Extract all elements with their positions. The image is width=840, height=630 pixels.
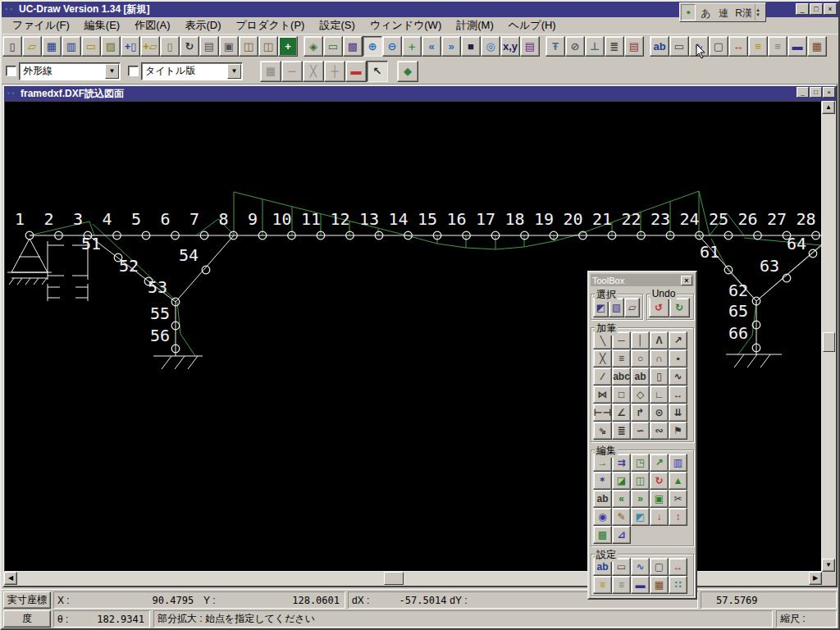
mirror-button[interactable]: ▲	[669, 472, 687, 490]
dim-horizontal-button[interactable]: ↔	[669, 386, 687, 404]
vertical-scroll-thumb[interactable]	[823, 332, 835, 352]
move-part-button[interactable]: ↗	[650, 454, 669, 472]
zoom-in-button[interactable]: ⊕	[363, 36, 382, 57]
anchor-bolt-product-button[interactable]: ⊘	[565, 36, 585, 57]
save-all-button[interactable]: ▥	[62, 36, 81, 57]
reload-sheet-button[interactable]: ↻	[180, 36, 199, 57]
rectangle-button[interactable]: □	[612, 386, 631, 404]
balloon-leader-button[interactable]: ⊙	[650, 404, 669, 422]
block-menu-button[interactable]: ◆	[397, 61, 418, 82]
ime-mode-1[interactable]: あ	[696, 4, 714, 21]
arc-button[interactable]: ∩	[650, 349, 669, 368]
drawer-config-button[interactable]: ▦	[650, 576, 669, 594]
menu-item-9[interactable]: ヘルプ(H)	[501, 17, 564, 34]
dim-parallel-button[interactable]: ⇊	[669, 404, 687, 422]
env-table-button[interactable]: ▤	[520, 36, 540, 57]
toolbar-config-button[interactable]: ▬	[631, 576, 650, 594]
scroll-right-icon[interactable]: ▶	[809, 572, 822, 585]
horizontal-scroll-thumb[interactable]	[384, 572, 404, 585]
text-settings-button[interactable]: ab	[650, 36, 669, 57]
scroll-left-icon[interactable]: ◀	[4, 572, 17, 585]
text-button[interactable]: abc	[612, 368, 631, 386]
point-button[interactable]: ▪	[669, 349, 687, 368]
leader-flag-button[interactable]: ⚑	[669, 422, 687, 440]
pulse-line-button[interactable]: ∽	[631, 422, 650, 440]
snap-edge-button[interactable]: ▬	[345, 61, 367, 82]
point-line-button[interactable]: ∕	[593, 368, 612, 386]
open-file-button[interactable]: ▱	[22, 36, 42, 57]
find-view-button[interactable]: ◎	[481, 36, 500, 57]
drawing-canvas[interactable]: 1234567891011121314151617181920212223242…	[4, 101, 822, 572]
stretch-left-button[interactable]: «	[612, 490, 631, 508]
layer2-checkbox[interactable]	[128, 66, 139, 76]
fill-region-button[interactable]: ▩	[593, 526, 612, 544]
toolbar-config-button[interactable]: ▬	[788, 36, 807, 57]
polyline-edit-button[interactable]: ⊿	[612, 526, 631, 544]
vertical-scrollbar[interactable]: ▲ ▼	[822, 101, 836, 572]
menu-item-4[interactable]: 表示(D)	[178, 17, 229, 34]
spline-button[interactable]: ⋈	[593, 386, 612, 404]
coordinates-button[interactable]: x,y	[500, 36, 520, 57]
select-mode-button[interactable]: ↖	[367, 61, 388, 82]
layer1-dropdown[interactable]: 外形線 ▼	[19, 62, 121, 80]
document-titlebar[interactable]: ◔◔ framedxf.DXF読込図面 _ □ ×	[4, 86, 836, 101]
print-preview-button[interactable]: ▣	[219, 36, 239, 57]
doc-maximize-button[interactable]: □	[810, 87, 822, 98]
layer2-dropdown[interactable]: タイトル版 ▼	[141, 62, 243, 80]
format-paint-button[interactable]: ✎	[612, 508, 631, 526]
select-poly-button[interactable]: ▱	[624, 298, 640, 317]
doc-close-button[interactable]: ×	[823, 87, 835, 98]
print-button[interactable]: ▤	[199, 36, 219, 57]
zoom-out-button[interactable]: ⊖	[382, 36, 402, 57]
layer-transfer-button[interactable]: ◩	[631, 508, 650, 526]
enlarge-button[interactable]: ◳	[631, 454, 650, 472]
grid-settings-button[interactable]: ∷	[669, 576, 687, 594]
maximize-button[interactable]: □	[810, 3, 823, 15]
cut-clip-button[interactable]: ✂	[669, 490, 687, 508]
pier-product-button[interactable]: Ŧ	[546, 36, 565, 57]
ime-pen-icon[interactable]: ●	[681, 4, 696, 21]
polyline-button[interactable]: Λ	[650, 331, 669, 349]
system-settings-button[interactable]: ▢	[709, 36, 728, 57]
new-sheet-button[interactable]: +▯	[121, 36, 140, 57]
menu-item-3[interactable]: 作図(A)	[127, 17, 177, 34]
redo-button[interactable]: ↻	[669, 298, 690, 317]
free-curve-button[interactable]: ∿	[669, 368, 687, 386]
coord-mode-button[interactable]: 実寸座標	[3, 591, 51, 609]
menu-item-2[interactable]: 編集(E)	[77, 17, 127, 34]
minimize-button[interactable]: _	[796, 3, 809, 15]
scroll-up-icon[interactable]: ▲	[822, 101, 835, 114]
leader-line-button[interactable]: ↱	[631, 404, 650, 422]
polygon-button[interactable]: ◇	[631, 386, 650, 404]
hatch-lines-button[interactable]: ≡	[612, 349, 631, 368]
dim-ticks-button[interactable]: ⊢⊣	[593, 404, 612, 422]
dim-steps-button[interactable]: ≣	[612, 422, 631, 440]
sheet-width-button[interactable]: ↔	[669, 558, 687, 576]
line-vertical-button[interactable]: │	[631, 331, 650, 349]
view-previous-button[interactable]: «	[422, 36, 441, 57]
zoom-marked-button[interactable]: ◈	[304, 36, 323, 57]
toolbox-close-icon[interactable]: ×	[681, 276, 692, 285]
layer-list-button[interactable]: ≡	[768, 36, 788, 57]
layer1-checkbox[interactable]	[6, 66, 16, 76]
menu-item-5[interactable]: プロダクト(P)	[229, 17, 313, 34]
plotter-output-button[interactable]: ▤	[624, 36, 644, 57]
pick-settings-button[interactable]: ▭	[669, 36, 689, 57]
angle-unit-button[interactable]: 度	[3, 610, 51, 628]
block-register-button[interactable]: +	[278, 36, 298, 57]
sheet-width-button[interactable]: ↔	[728, 36, 748, 57]
dim-arrows-button[interactable]: ⇘	[593, 422, 612, 440]
snap-line-button[interactable]: ─	[281, 61, 303, 82]
import-dxf-button[interactable]: ▨	[101, 36, 121, 57]
zoom-extents-button[interactable]: ＋	[402, 36, 422, 57]
align-both-button[interactable]: ↕	[669, 508, 687, 526]
layer2-dropdown-arrow-icon[interactable]: ▼	[227, 64, 241, 79]
block-save-button[interactable]: ▣	[650, 490, 669, 508]
save-file-button[interactable]: ▦	[42, 36, 62, 57]
layer-colors-button[interactable]: ≡	[593, 576, 612, 594]
image-copy-button[interactable]: ◉	[593, 508, 612, 526]
layer1-dropdown-arrow-icon[interactable]: ▼	[105, 64, 119, 79]
dim-angle-button[interactable]: ∠	[612, 404, 631, 422]
append-file-button[interactable]: +▱	[140, 36, 160, 57]
toolbox-titlebar[interactable]: ToolBox ×	[591, 274, 694, 286]
